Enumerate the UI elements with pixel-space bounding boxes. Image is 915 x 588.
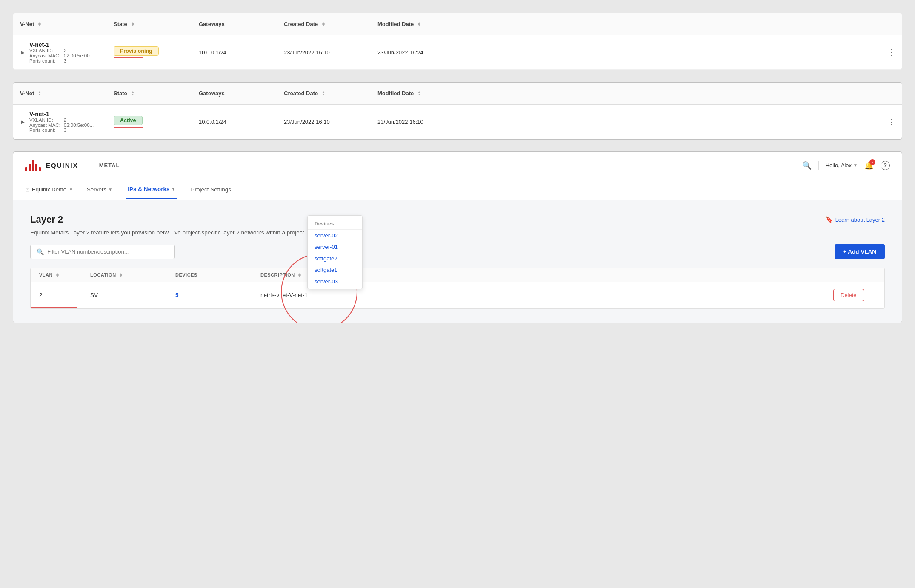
logo-divider (89, 161, 89, 170)
dropdown-item-server03[interactable]: server-03 (308, 276, 362, 287)
table-header-1: V-Net State Gateways Created Date Modifi… (13, 13, 902, 35)
chevron-down-icon: ▼ (853, 163, 858, 168)
modified-cell-1: 23/Jun/2022 16:24 (377, 49, 895, 56)
vlan-row: 2 SV 5 Devices server-02 server-01 softg… (31, 282, 884, 308)
filter-input-wrap: 🔍 (30, 245, 175, 259)
th-modified-2[interactable]: Modified Date (377, 90, 895, 97)
th-gateways-1: Gateways (199, 21, 284, 27)
state-cell-1: Provisioning (114, 46, 199, 58)
filter-search-icon: 🔍 (37, 248, 44, 255)
panel-provisioning: V-Net State Gateways Created Date Modifi… (13, 13, 902, 70)
vlan-table: VLAN LOCATION DEVICES DESCRIPTION 2 (30, 268, 885, 309)
vnet-name-2: V-net-1 (29, 111, 94, 117)
th-modified-1[interactable]: Modified Date (377, 21, 895, 27)
vlan-devices-cell: 5 Devices server-02 server-01 softgate2 … (175, 292, 260, 298)
equinix-panel: EQUINIX METAL 🔍 Hello, Alex ▼ 🔔 2 ? ⊡ Eq… (13, 151, 902, 323)
project-selector[interactable]: ⊡ Equinix Demo ▼ (25, 186, 73, 193)
state-underline-2 (114, 127, 143, 128)
sort-vnet-2 (38, 91, 41, 95)
th-state-1[interactable]: State (114, 21, 199, 27)
logo-bar-1 (25, 167, 27, 171)
devices-dropdown: Devices server-02 server-01 softgate2 so… (307, 215, 363, 289)
logo-icon (25, 160, 41, 171)
equinix-main: Layer 2 🔖 Learn about Layer 2 Equinix Me… (13, 200, 902, 323)
nav-right: 🔍 Hello, Alex ▼ 🔔 2 ? (802, 161, 890, 170)
equinix-logo: EQUINIX METAL (25, 160, 120, 171)
sort-modified-1 (418, 22, 420, 26)
search-icon[interactable]: 🔍 (802, 161, 812, 170)
servers-chevron-icon: ▼ (108, 187, 112, 192)
logo-metal: METAL (99, 162, 120, 168)
sort-vlan-icon (56, 273, 59, 277)
table-row-2: ▶ V-net-1 VXLAN ID: 2 Anycast MAC: 02:00… (13, 105, 902, 139)
learn-layer2-link[interactable]: 🔖 Learn about Layer 2 (826, 216, 885, 223)
dropdown-header: Devices (308, 217, 362, 230)
state-badge-provisioning: Provisioning (114, 46, 159, 56)
expand-icon[interactable]: ▶ (20, 49, 26, 55)
state-cell-2: Active (114, 116, 199, 128)
more-menu-1[interactable]: ⋮ (887, 48, 895, 57)
logo-bar-5 (39, 167, 41, 171)
th-location[interactable]: LOCATION (90, 272, 175, 277)
table-row: ▶ V-net-1 VXLAN ID: 2 Anycast MAC: 02:00… (13, 35, 902, 70)
created-cell-2: 23/Jun/2022 16:10 (284, 119, 377, 125)
th-vlan[interactable]: VLAN (39, 272, 90, 277)
panel-active: V-Net State Gateways Created Date Modifi… (13, 82, 902, 140)
layer2-description: Equinix Metal's Layer 2 feature lets you… (30, 229, 885, 236)
logo-bar-2 (29, 164, 31, 171)
table-header-2: V-Net State Gateways Created Date Modifi… (13, 83, 902, 105)
nav-divider (818, 161, 819, 170)
vlan-table-header: VLAN LOCATION DEVICES DESCRIPTION (31, 268, 884, 282)
notification-bell[interactable]: 🔔 2 (864, 161, 874, 170)
sort-created-2 (322, 91, 325, 95)
devices-count-link[interactable]: 5 (175, 292, 179, 298)
th-state-2[interactable]: State (114, 90, 199, 97)
sort-created-1 (322, 22, 325, 26)
expand-icon-2[interactable]: ▶ (20, 119, 26, 125)
equinix-nav: EQUINIX METAL 🔍 Hello, Alex ▼ 🔔 2 ? (13, 152, 902, 179)
nav-servers[interactable]: Servers ▼ (85, 186, 114, 193)
logo-bar-3 (32, 160, 34, 171)
sort-state-1 (132, 22, 134, 26)
user-menu[interactable]: Hello, Alex ▼ (826, 162, 858, 168)
logo-text: EQUINIX (46, 162, 78, 169)
more-menu-2[interactable]: ⋮ (887, 117, 895, 126)
dropdown-item-server02[interactable]: server-02 (308, 230, 362, 241)
vlan-action-cell: Delete (833, 289, 876, 301)
vnet-name-1: V-net-1 (29, 41, 94, 48)
vnet-info-2: V-net-1 VXLAN ID: 2 Anycast MAC: 02:00:5… (29, 111, 94, 133)
sort-state-2 (132, 91, 134, 95)
layer2-header: Layer 2 🔖 Learn about Layer 2 (30, 214, 885, 225)
state-badge-active: Active (114, 116, 143, 125)
sort-desc-icon (298, 273, 301, 277)
filter-input[interactable] (47, 248, 169, 255)
vlan-location-cell: SV (90, 292, 175, 298)
help-button[interactable]: ? (881, 161, 890, 170)
created-cell-1: 23/Jun/2022 16:10 (284, 49, 377, 56)
logo-bar-4 (35, 164, 37, 171)
nav-project-settings[interactable]: Project Settings (189, 186, 233, 193)
dropdown-item-server01[interactable]: server-01 (308, 241, 362, 253)
th-gateways-2: Gateways (199, 90, 284, 97)
layer2-title: Layer 2 (30, 214, 63, 225)
gateways-cell-2: 10.0.0.1/24 (199, 119, 284, 125)
notification-count: 2 (869, 159, 875, 165)
dropdown-item-softgate2[interactable]: softgate2 (308, 253, 362, 264)
modified-cell-2: 23/Jun/2022 16:10 (377, 119, 895, 125)
row-vnet-2: ▶ V-net-1 VXLAN ID: 2 Anycast MAC: 02:00… (20, 111, 114, 133)
dropdown-item-softgate1[interactable]: softgate1 (308, 264, 362, 276)
project-chevron-icon: ▼ (69, 187, 73, 192)
bookmark-icon: 🔖 (826, 216, 833, 223)
nav-ips-networks[interactable]: IPs & Networks ▼ (126, 186, 177, 199)
th-created-2[interactable]: Created Date (284, 90, 377, 97)
filter-row: 🔍 + Add VLAN (30, 244, 885, 259)
project-icon: ⊡ (25, 187, 29, 193)
vnet-info-1: V-net-1 VXLAN ID: 2 Anycast MAC: 02:00:5… (29, 41, 94, 63)
add-vlan-button[interactable]: + Add VLAN (835, 244, 885, 259)
th-vnet-1[interactable]: V-Net (20, 21, 114, 27)
th-vnet-2[interactable]: V-Net (20, 90, 114, 97)
th-devices: DEVICES (175, 272, 260, 277)
sort-modified-2 (418, 91, 420, 95)
delete-button[interactable]: Delete (833, 289, 864, 301)
th-created-1[interactable]: Created Date (284, 21, 377, 27)
